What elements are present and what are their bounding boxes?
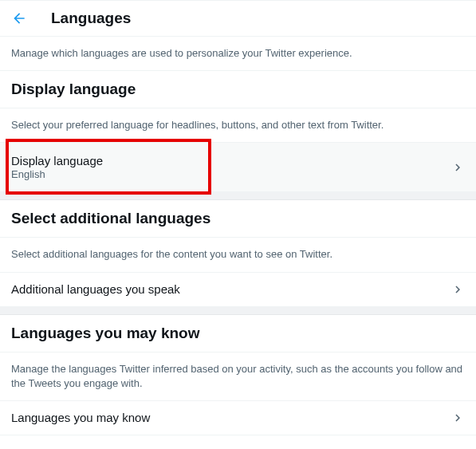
display-language-description: Select your preferred language for headl… — [0, 108, 476, 143]
back-arrow-icon[interactable] — [11, 10, 27, 26]
setting-left: Display language English — [11, 154, 103, 180]
chevron-right-icon — [450, 411, 465, 425]
setting-left: Additional languages you speak — [11, 282, 180, 296]
additional-languages-label: Additional languages you speak — [11, 282, 180, 296]
setting-left: Languages you may know — [11, 411, 150, 424]
section-gap — [0, 192, 476, 200]
additional-languages-row[interactable]: Additional languages you speak — [0, 273, 476, 307]
section-gap — [0, 307, 476, 315]
display-language-row-wrapper: Display language English — [0, 143, 476, 192]
may-know-label: Languages you may know — [11, 411, 150, 424]
display-language-section-title: Display language — [0, 71, 476, 108]
chevron-right-icon — [450, 282, 465, 297]
may-know-description: Manage the languages Twitter inferred ba… — [0, 353, 476, 401]
chevron-right-icon — [450, 160, 465, 175]
page-header: Languages — [0, 0, 476, 37]
additional-languages-section-title: Select additional languages — [0, 200, 476, 238]
page-title: Languages — [51, 10, 131, 27]
display-language-label: Display language — [11, 154, 103, 167]
display-language-value: English — [11, 168, 103, 180]
may-know-row[interactable]: Languages you may know — [0, 401, 476, 435]
display-language-row[interactable]: Display language English — [0, 143, 476, 191]
may-know-section-title: Languages you may know — [0, 315, 476, 353]
intro-description: Manage which languages are used to perso… — [0, 37, 476, 71]
additional-languages-description: Select additional languages for the cont… — [0, 238, 476, 272]
